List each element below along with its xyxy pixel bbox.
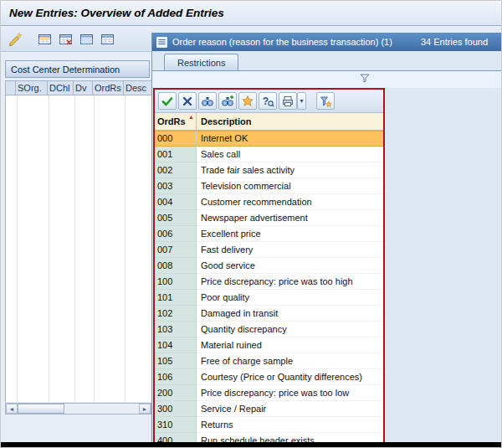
description-cell[interactable]: Customer recommendation — [197, 194, 383, 210]
description-cell[interactable]: Damaged in transit — [197, 306, 383, 322]
ordrs-cell[interactable]: 003 — [155, 178, 197, 194]
grid-line — [17, 95, 18, 402]
left-table-hscrollbar[interactable]: ◄ ► — [5, 403, 151, 415]
left-column-header-select[interactable] — [5, 80, 16, 95]
copy-as-icon[interactable] — [36, 30, 54, 49]
add-to-personal-list-icon[interactable] — [238, 92, 257, 110]
description-cell[interactable]: Sales call — [197, 147, 383, 162]
ordrs-cell[interactable]: 005 — [155, 210, 197, 226]
description-cell[interactable]: Price discrepancy: price was too high — [197, 274, 383, 290]
table-row[interactable]: 103 Quantity discrepancy — [155, 322, 383, 337]
column-header-description[interactable]: Description — [197, 113, 383, 130]
scroll-right-icon[interactable]: ► — [139, 404, 151, 414]
description-cell[interactable]: Excellent price — [197, 226, 383, 242]
search-help-icon[interactable]: ? — [259, 92, 277, 110]
description-cell[interactable]: Good service — [197, 258, 383, 274]
deselect-all-icon[interactable] — [99, 30, 117, 49]
dialog-titlebar[interactable]: Order reason (reason for the business tr… — [152, 33, 502, 51]
table-row[interactable]: 101 Poor quality — [155, 290, 383, 306]
dialog-toolbar: ?▾ — [155, 90, 383, 113]
value-list-header-row: OrdRs ▲ Description — [155, 113, 383, 131]
table-row[interactable]: 400 Run schedule header exists — [155, 433, 383, 442]
ordrs-cell[interactable]: 001 — [155, 147, 197, 162]
table-row[interactable]: 002 Trade fair sales activity — [155, 162, 383, 178]
continue-icon[interactable] — [158, 92, 177, 110]
description-cell[interactable]: Run schedule header exists — [197, 433, 383, 442]
scrollbar-track[interactable] — [64, 404, 139, 414]
restrictions-area — [152, 71, 502, 88]
ordrs-cell[interactable]: 102 — [155, 306, 197, 322]
description-cell[interactable]: Price discrepancy: price was too low — [197, 385, 383, 401]
description-cell[interactable]: Poor quality — [197, 290, 383, 306]
table-row[interactable]: 008 Good service — [155, 258, 383, 274]
left-column-header-sorg[interactable]: SOrg. — [16, 80, 48, 95]
table-row[interactable]: 106 Courtesy (Price or Quantity differen… — [155, 369, 383, 385]
description-cell[interactable]: Free of charge sample — [197, 353, 383, 369]
ordrs-cell[interactable]: 106 — [155, 369, 197, 385]
table-row[interactable]: 104 Material ruined — [155, 337, 383, 353]
scrollbar-thumb[interactable] — [18, 404, 64, 414]
personal-value-list-icon[interactable] — [316, 92, 335, 110]
print-icon[interactable] — [279, 92, 297, 110]
table-row[interactable]: 001 Sales call — [155, 147, 383, 162]
left-column-header-dchl[interactable]: DChl — [48, 80, 74, 95]
ordrs-cell[interactable]: 200 — [155, 385, 197, 401]
description-cell[interactable]: Material ruined — [197, 337, 383, 353]
description-cell[interactable]: Internet OK — [197, 131, 383, 147]
find-icon[interactable] — [198, 92, 217, 110]
select-all-icon[interactable] — [78, 30, 96, 49]
ordrs-cell[interactable]: 007 — [155, 242, 197, 258]
ordrs-cell[interactable]: 006 — [155, 226, 197, 242]
grid-line — [74, 95, 75, 402]
find-next-icon[interactable] — [218, 92, 237, 110]
ordrs-cell[interactable]: 300 — [155, 401, 197, 417]
value-list-table: OrdRs ▲ Description 000 Internet OK 001 … — [155, 113, 383, 442]
left-table-body[interactable] — [5, 95, 151, 402]
sort-ascending-icon: ▲ — [188, 113, 194, 121]
table-row[interactable]: 003 Television commercial — [155, 178, 383, 194]
ordrs-cell[interactable]: 104 — [155, 337, 197, 353]
column-header-ordrs[interactable]: OrdRs ▲ — [155, 113, 197, 130]
table-row[interactable]: 200 Price discrepancy: price was too low — [155, 385, 383, 401]
table-row[interactable]: 005 Newspaper advertisement — [155, 210, 383, 226]
description-cell[interactable]: Trade fair sales activity — [197, 162, 383, 178]
new-entries-icon[interactable] — [6, 30, 24, 49]
description-cell[interactable]: Newspaper advertisement — [197, 210, 383, 226]
scroll-left-icon[interactable]: ◄ — [6, 404, 18, 414]
ordrs-cell[interactable]: 004 — [155, 194, 197, 210]
ordrs-cell[interactable]: 000 — [155, 131, 197, 147]
description-cell[interactable]: Fast delivery — [197, 242, 383, 258]
filter-funnel-icon[interactable] — [360, 74, 370, 83]
table-row[interactable]: 300 Service / Repair — [155, 401, 383, 417]
cancel-icon[interactable] — [178, 92, 197, 110]
grid-line — [49, 95, 49, 402]
description-cell[interactable]: Television commercial — [197, 178, 383, 194]
ordrs-cell[interactable]: 002 — [155, 162, 197, 178]
table-row[interactable]: 006 Excellent price — [155, 226, 383, 242]
ordrs-cell[interactable]: 400 — [155, 433, 197, 442]
table-row[interactable]: 000 Internet OK — [155, 131, 383, 147]
delete-row-icon[interactable] — [57, 30, 75, 49]
table-row[interactable]: 310 Returns — [155, 417, 383, 433]
description-cell[interactable]: Service / Repair — [197, 401, 383, 417]
ordrs-cell[interactable]: 105 — [155, 353, 197, 369]
left-column-header-ordrs[interactable]: OrdRs — [93, 80, 124, 95]
print-dropdown-icon[interactable]: ▾ — [297, 92, 306, 110]
annotation-rectangle: ?▾ OrdRs ▲ Description 000 Internet OK 0… — [153, 88, 385, 444]
ordrs-cell[interactable]: 310 — [155, 417, 197, 433]
table-row[interactable]: 102 Damaged in transit — [155, 306, 383, 322]
grid-line — [94, 95, 95, 402]
ordrs-cell[interactable]: 103 — [155, 322, 197, 337]
table-row[interactable]: 004 Customer recommendation — [155, 194, 383, 210]
table-row[interactable]: 105 Free of charge sample — [155, 353, 383, 369]
left-column-header-dv[interactable]: Dv — [74, 80, 93, 95]
description-cell[interactable]: Returns — [197, 417, 383, 433]
tab-restrictions[interactable]: Restrictions — [164, 54, 238, 70]
ordrs-cell[interactable]: 100 — [155, 274, 197, 290]
ordrs-cell[interactable]: 008 — [155, 258, 197, 274]
table-row[interactable]: 100 Price discrepancy: price was too hig… — [155, 274, 383, 290]
ordrs-cell[interactable]: 101 — [155, 290, 197, 306]
table-row[interactable]: 007 Fast delivery — [155, 242, 383, 258]
description-cell[interactable]: Quantity discrepancy — [197, 322, 383, 337]
description-cell[interactable]: Courtesy (Price or Quantity differences) — [197, 369, 383, 385]
